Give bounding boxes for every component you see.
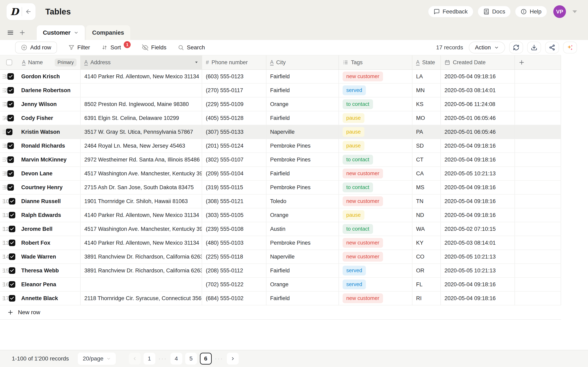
row-selected-controls[interactable] — [9, 267, 15, 274]
cell-tags[interactable]: served — [339, 278, 412, 291]
workspace-logo-pill[interactable]: D — [6, 3, 36, 20]
cell-extra[interactable] — [515, 125, 561, 139]
row-checkbox-checked[interactable] — [7, 170, 14, 177]
table-row[interactable]: 1 Gordon Krisch 4140 Parker Rd. Allentow… — [0, 70, 561, 83]
row-selected-controls[interactable] — [7, 142, 14, 149]
cell-city[interactable]: Fairfield — [267, 111, 339, 125]
column-header-created-date[interactable]: Created Date — [441, 55, 515, 69]
cell-name[interactable]: Marvin McKinney — [18, 153, 81, 166]
cell-name[interactable]: Gordon Krisch — [18, 70, 81, 83]
cell-city[interactable]: Austin — [267, 222, 339, 236]
cell-tags[interactable]: to contact — [339, 181, 412, 194]
row-checkbox-checked[interactable] — [7, 101, 14, 108]
row-number-cell[interactable]: 5 — [0, 125, 18, 139]
cell-address[interactable]: 4517 Washington Ave. Manchester, Kentuck… — [81, 167, 202, 180]
drag-handle-icon[interactable] — [2, 282, 6, 287]
table-row[interactable]: 17 Annette Black 2118 Thornridge Cir. Sy… — [0, 292, 561, 305]
download-button[interactable] — [527, 42, 541, 53]
cell-name[interactable]: Robert Fox — [18, 236, 81, 250]
row-number-cell[interactable]: 14 — [0, 250, 18, 263]
cell-state[interactable]: CO — [412, 250, 441, 263]
cell-phone[interactable]: (684) 555-0102 — [202, 292, 267, 305]
table-row[interactable]: 8 Devon Lane 4517 Washington Ave. Manche… — [0, 167, 561, 181]
filter-button[interactable]: Filter — [68, 44, 90, 51]
cell-tags[interactable]: pause — [339, 111, 412, 125]
cell-state[interactable]: WA — [412, 222, 441, 236]
share-button[interactable] — [545, 42, 559, 53]
cell-name[interactable]: Darlene Robertson — [18, 83, 81, 97]
drag-handle-icon[interactable] — [2, 88, 6, 93]
prev-page-button[interactable] — [129, 353, 141, 365]
row-number-cell[interactable]: 9 — [0, 181, 18, 194]
cell-tags[interactable]: new customer — [339, 70, 412, 83]
cell-tags[interactable]: pause — [339, 125, 412, 139]
docs-button[interactable]: Docs — [477, 6, 511, 17]
select-all-cell[interactable] — [0, 55, 18, 69]
row-selected-controls[interactable] — [7, 184, 14, 191]
row-number-cell[interactable]: 6 — [0, 139, 18, 152]
cell-name[interactable]: Wade Warren — [18, 250, 81, 263]
cell-state[interactable]: MN — [412, 83, 441, 97]
cell-address[interactable]: 4517 Washington Ave. Manchester, Kentuck… — [81, 222, 202, 236]
cell-city[interactable]: Fairfield — [267, 292, 339, 305]
cell-city[interactable]: Orange — [267, 98, 339, 111]
cell-city[interactable]: Orange — [267, 278, 339, 291]
drag-handle-icon[interactable] — [2, 157, 6, 162]
cell-tags[interactable]: new customer — [339, 167, 412, 180]
cell-name[interactable]: Annette Black — [18, 292, 81, 305]
row-selected-controls[interactable] — [7, 87, 14, 94]
cell-name[interactable]: Courtney Henry — [18, 181, 81, 194]
next-page-button[interactable] — [227, 353, 239, 365]
add-row-button[interactable]: Add row — [15, 42, 57, 53]
cell-tags[interactable]: pause — [339, 208, 412, 222]
cell-tags[interactable]: new customer — [339, 194, 412, 208]
cell-created-date[interactable]: 2020-05-06 11:24:08 — [441, 98, 515, 111]
cell-name[interactable]: Ralph Edwards — [18, 208, 81, 222]
drag-handle-icon[interactable] — [2, 212, 6, 218]
row-selected-controls[interactable] — [9, 212, 15, 218]
ai-button[interactable] — [563, 42, 577, 53]
user-avatar[interactable]: VP — [553, 5, 566, 18]
cell-address[interactable]: 8502 Preston Rd. Inglewood, Maine 98380 — [81, 98, 202, 111]
cell-phone[interactable]: (302) 555-0107 — [202, 153, 267, 166]
row-checkbox-checked[interactable] — [7, 87, 14, 94]
cell-created-date[interactable]: 2020-05-04 09:18:16 — [441, 194, 515, 208]
cell-extra[interactable] — [515, 167, 561, 180]
row-number-cell[interactable]: 10 — [0, 194, 18, 208]
cell-address[interactable]: 2715 Ash Dr. San Jose, South Dakota 8347… — [81, 181, 202, 194]
table-row[interactable]: 2 Darlene Robertson (270) 555-0117 Fairf… — [0, 83, 561, 98]
cell-city[interactable]: Fairfield — [267, 83, 339, 97]
cell-phone[interactable]: (303) 555-0105 — [202, 208, 267, 222]
chevron-down-icon[interactable] — [74, 30, 79, 35]
cell-address[interactable]: 4140 Parker Rd. Allentown, New Mexico 31… — [81, 208, 202, 222]
cell-phone[interactable]: (208) 555-0112 — [202, 264, 267, 277]
row-selected-controls[interactable] — [7, 156, 14, 163]
table-row[interactable]: 15 Theresa Webb 3891 Ranchview Dr. Richa… — [0, 264, 561, 278]
drag-handle-icon[interactable] — [2, 185, 6, 190]
cell-state[interactable]: CA — [412, 167, 441, 180]
cell-name[interactable]: Theresa Webb — [18, 264, 81, 277]
cell-extra[interactable] — [515, 83, 561, 97]
cell-phone[interactable]: (239) 555-0108 — [202, 222, 267, 236]
column-menu-caret-icon[interactable] — [195, 61, 198, 64]
row-number-cell[interactable]: 4 — [0, 111, 18, 125]
cell-created-date[interactable]: 2020-05-04 09:18:16 — [441, 292, 515, 305]
sort-button[interactable]: Sort 1 — [102, 44, 131, 51]
cell-created-date[interactable]: 2020-05-04 09:18:16 — [441, 70, 515, 83]
cell-phone[interactable]: (603) 555-0123 — [202, 70, 267, 83]
cell-extra[interactable] — [515, 153, 561, 166]
cell-address[interactable]: 3891 Ranchview Dr. Richardson, Californi… — [81, 264, 202, 277]
column-header-name[interactable]: A Name Primary — [18, 55, 81, 69]
cell-address[interactable]: 2972 Westheimer Rd. Santa Ana, Illinois … — [81, 153, 202, 166]
feedback-button[interactable]: Feedback — [428, 6, 474, 17]
fields-button[interactable]: Fields — [142, 44, 166, 51]
column-header-city[interactable]: A City — [267, 55, 339, 69]
drag-handle-icon[interactable] — [2, 296, 6, 301]
cell-state[interactable]: ND — [412, 208, 441, 222]
table-row[interactable]: 5 Kristin Watson 3517 W. Gray St. Utica,… — [0, 125, 561, 139]
cell-name[interactable]: Dianne Russell — [18, 194, 81, 208]
row-selected-controls[interactable] — [9, 281, 15, 288]
row-number-cell[interactable]: 16 — [0, 278, 18, 291]
table-row[interactable]: 3 Jenny Wilson 8502 Preston Rd. Inglewoo… — [0, 98, 561, 111]
cell-created-date[interactable]: 2020-05-04 09:18:16 — [441, 153, 515, 166]
